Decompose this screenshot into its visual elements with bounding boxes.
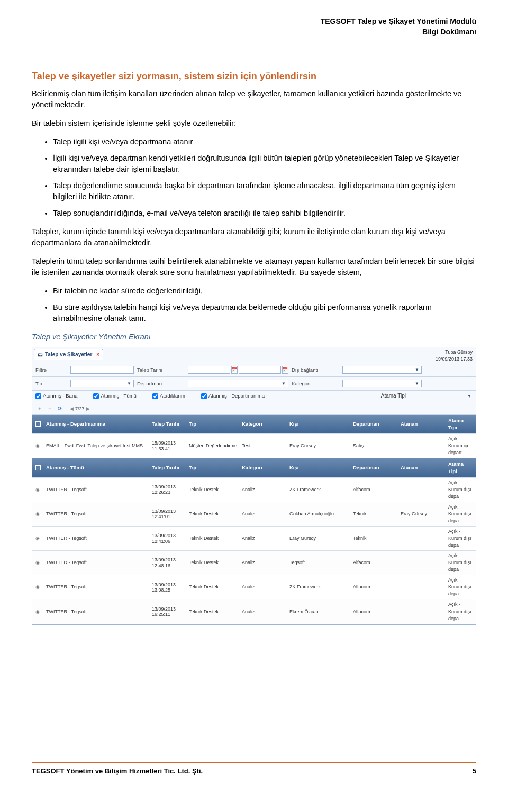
pager-prev[interactable]: ◀ bbox=[70, 405, 74, 412]
cell-tip: Müşteri Değerlendirme bbox=[189, 442, 242, 449]
cell-kisi: Eray Gürsoy bbox=[289, 535, 353, 542]
list-item: Bir talebin ne kadar sürede değerlendiri… bbox=[53, 285, 476, 297]
atama-tipi-combo[interactable]: ▼ bbox=[409, 393, 473, 400]
label-kategori: Kategori bbox=[292, 380, 339, 387]
user-time: 19/09/2013 17:33 bbox=[436, 356, 473, 363]
cell-tip: Teknik Destek bbox=[189, 486, 242, 493]
refresh-button[interactable]: ⟳ bbox=[56, 405, 64, 413]
tab-label: Talep ve Şikayetler bbox=[45, 351, 92, 359]
date-from-input[interactable] bbox=[188, 366, 230, 374]
table-row[interactable]: ◉TWITTER - Tegsoft13/09/201312:48:16Tekn… bbox=[32, 551, 476, 575]
calendar-icon[interactable]: 📅 bbox=[231, 366, 238, 374]
cell-subject: TWITTER - Tegsoft bbox=[46, 559, 152, 566]
add-button[interactable]: ＋ bbox=[35, 405, 43, 413]
table-row[interactable]: ◉TWITTER - Tegsoft13/09/201312:41:01Tekn… bbox=[32, 502, 476, 527]
chevron-down-icon: ▼ bbox=[282, 381, 287, 387]
chk-atanmis-tumu[interactable]: Atanmış - Tümü bbox=[93, 392, 136, 400]
label-departman: Departman bbox=[137, 380, 185, 387]
label-atama-tipi: Atama Tipi bbox=[381, 392, 406, 400]
close-icon[interactable]: × bbox=[96, 351, 99, 359]
col-atanan: Atanan bbox=[401, 464, 448, 472]
checkbox[interactable] bbox=[201, 393, 207, 399]
doc-header-line2: Bilgi Dokümanı bbox=[32, 26, 476, 37]
dis-baglanti-combo[interactable]: ▼ bbox=[342, 366, 422, 374]
cell-kisi: Eray Gürsoy bbox=[289, 442, 353, 449]
date-range: 📅 📅 bbox=[188, 366, 288, 374]
grid-header-dept: Atanmış - Departmanıma Talep Tarihi Tip … bbox=[32, 415, 476, 435]
kategori-combo[interactable]: ▼ bbox=[342, 380, 422, 387]
table-row[interactable]: ◉TWITTER - Tegsoft13/09/201312:41:06Tekn… bbox=[32, 527, 476, 551]
checkbox[interactable] bbox=[152, 393, 158, 399]
cell-tip: Teknik Destek bbox=[189, 559, 242, 566]
atama-tipi-block: Atama Tipi ▼ bbox=[381, 392, 473, 400]
table-row[interactable]: ◉TWITTER - Tegsoft13/09/201312:26:23Tekn… bbox=[32, 478, 476, 502]
tab-talep-sikayetler[interactable]: 🗂 Talep ve Şikayetler × bbox=[34, 349, 103, 361]
cell-subject: TWITTER - Tegsoft bbox=[46, 535, 152, 542]
tip-combo[interactable]: ▼ bbox=[70, 380, 134, 387]
cell-departman: Teknik bbox=[353, 511, 401, 518]
cell-kategori: Analiz bbox=[242, 535, 289, 542]
chk-atanmis-departmanima[interactable]: Atanmış - Departmanıma bbox=[201, 392, 265, 400]
toolbar: ＋ － ⟳ ◀ 7/27 ▶ bbox=[32, 403, 476, 415]
table-row[interactable]: ◉TWITTER - Tegsoft13/09/201316:25:11Tekn… bbox=[32, 599, 476, 624]
cell-tip: Teknik Destek bbox=[189, 511, 242, 518]
bullet-list-b: Bir talebin ne kadar sürede değerlendiri… bbox=[53, 285, 476, 324]
filter-row-2: Tip ▼ Departman ▼ Kategori ▼ bbox=[32, 377, 476, 391]
cell-atama-tipi: Açık - Kurum dışı depa bbox=[448, 528, 473, 549]
cell-kisi: ZK Framework bbox=[289, 584, 353, 590]
list-item: Talep değerlendirme sonucunda başka bir … bbox=[53, 180, 476, 202]
col-kisi: Kişi bbox=[289, 420, 353, 428]
chevron-down-icon: ▼ bbox=[467, 393, 473, 400]
col-atama-tipi: Atama Tipi bbox=[448, 460, 473, 475]
chevron-down-icon: ▼ bbox=[415, 381, 420, 387]
col-tip: Tip bbox=[189, 420, 242, 428]
cell-kisi: Gökhan Armutçuoğlu bbox=[289, 511, 353, 518]
collapse-icon[interactable] bbox=[35, 421, 41, 427]
list-item: Bu süre aşıldıysa talebin hangi kişi ve/… bbox=[53, 302, 476, 324]
col-section-title: Atanmış - Departmanıma bbox=[46, 420, 152, 428]
checkbox[interactable] bbox=[93, 393, 99, 399]
cell-date: 13/09/201312:41:06 bbox=[152, 533, 189, 544]
chk-atanmis-bana[interactable]: Atanmış - Bana bbox=[35, 392, 77, 400]
filtre-input[interactable] bbox=[70, 366, 134, 374]
calendar-icon[interactable]: 📅 bbox=[282, 366, 288, 374]
label-dis-baglanti: Dış bağlantı bbox=[292, 366, 339, 374]
paragraph-2: Bir talebin sistem içerisinde işlenme şe… bbox=[32, 118, 476, 129]
cell-subject: TWITTER - Tegsoft bbox=[46, 608, 152, 615]
app-topbar: 🗂 Talep ve Şikayetler × Tuba Gürsoy 19/0… bbox=[32, 347, 476, 363]
checkbox-row: Atanmış - Bana Atanmış - Tümü Atadıkları… bbox=[32, 391, 476, 403]
filter-row-1: Filtre Talep Tarihi 📅 📅 Dış bağlantı ▼ bbox=[32, 363, 476, 377]
cell-kisi: Ekrem Özcan bbox=[289, 608, 353, 615]
footer-left: TEGSOFT Yönetim ve Bilişim Hizmetleri Ti… bbox=[32, 767, 203, 777]
row-icon: ◉ bbox=[35, 511, 46, 518]
cell-tip: Teknik Destek bbox=[189, 608, 242, 615]
cell-subject: TWITTER - Tegsoft bbox=[46, 486, 152, 493]
col-atanan: Atanan bbox=[401, 420, 448, 428]
cell-tip: Teknik Destek bbox=[189, 584, 242, 590]
row-icon: ◉ bbox=[35, 584, 46, 590]
cell-departman: Alfacom bbox=[353, 559, 401, 566]
section-title: Talep ve şikayetler sizi yormasın, siste… bbox=[32, 69, 476, 83]
tab-icon: 🗂 bbox=[38, 351, 43, 359]
row-icon: ◉ bbox=[35, 486, 46, 493]
footer-page: 5 bbox=[473, 767, 476, 777]
cell-date: 13/09/201316:25:11 bbox=[152, 606, 189, 617]
date-to-input[interactable] bbox=[239, 366, 281, 374]
list-item: Talep ilgili kişi ve/veya departmana ata… bbox=[53, 136, 476, 147]
cell-departman: Alfacom bbox=[353, 486, 401, 493]
table-row[interactable]: ◉EMAIL - Fwd: Fwd: Talep ve şikayet test… bbox=[32, 434, 476, 458]
col-kategori: Kategori bbox=[242, 464, 289, 472]
app-screenshot: 🗂 Talep ve Şikayetler × Tuba Gürsoy 19/0… bbox=[32, 347, 476, 625]
pager-next[interactable]: ▶ bbox=[86, 405, 90, 412]
departman-combo[interactable]: ▼ bbox=[188, 380, 288, 387]
cell-atama-tipi: Açık - Kurum dışı depa bbox=[448, 577, 473, 597]
cell-date: 13/09/201312:26:23 bbox=[152, 484, 189, 495]
col-talep-tarihi: Talep Tarihi bbox=[152, 420, 189, 428]
collapse-icon[interactable] bbox=[35, 465, 41, 470]
chevron-down-icon: ▼ bbox=[415, 367, 420, 373]
table-row[interactable]: ◉TWITTER - Tegsoft13/09/201313:08:25Tekn… bbox=[32, 575, 476, 599]
cell-kisi: Tegsoft bbox=[289, 559, 353, 566]
checkbox[interactable] bbox=[35, 393, 41, 399]
chk-atadiklarim[interactable]: Atadıklarım bbox=[152, 392, 185, 400]
delete-button[interactable]: － bbox=[46, 405, 53, 413]
